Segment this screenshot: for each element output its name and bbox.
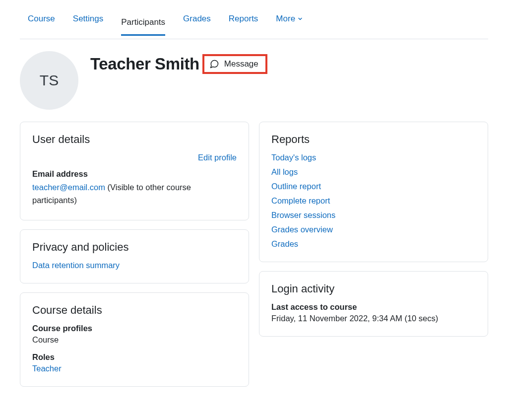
nav-tab-reports[interactable]: Reports [229, 14, 258, 31]
course-details-card: Course details Course profiles Course Ro… [20, 292, 249, 387]
comment-icon [209, 59, 219, 69]
course-nav-tabs: Course Settings Participants Grades Repo… [20, 0, 488, 39]
report-grades-overview[interactable]: Grades overview [271, 225, 476, 234]
reports-list: Today's logs All logs Outline report Com… [271, 153, 476, 249]
course-profiles-value: Course [32, 335, 237, 345]
report-browser-sessions[interactable]: Browser sessions [271, 210, 476, 220]
message-button[interactable]: Message [202, 54, 267, 74]
right-column: Reports Today's logs All logs Outline re… [259, 122, 488, 387]
report-complete[interactable]: Complete report [271, 196, 476, 206]
report-todays-logs[interactable]: Today's logs [271, 153, 476, 162]
course-details-heading: Course details [32, 304, 237, 317]
last-access-label: Last access to course [271, 302, 476, 312]
message-label: Message [224, 59, 258, 69]
reports-card: Reports Today's logs All logs Outline re… [259, 122, 488, 262]
user-details-heading: User details [32, 133, 237, 146]
avatar: TS [20, 51, 78, 110]
nav-tab-more[interactable]: More [276, 14, 303, 31]
nav-tab-course[interactable]: Course [28, 14, 55, 31]
edit-profile-link[interactable]: Edit profile [198, 153, 237, 162]
email-link[interactable]: teacher@email.com [32, 183, 105, 192]
left-column: User details Edit profile Email address … [20, 122, 249, 387]
email-label: Email address [32, 169, 237, 179]
course-profiles-label: Course profiles [32, 324, 237, 333]
profile-name-row: Teacher Smith Message [90, 54, 267, 74]
data-retention-link[interactable]: Data retention summary [32, 261, 120, 270]
report-outline[interactable]: Outline report [271, 182, 476, 191]
login-activity-card: Login activity Last access to course Fri… [259, 271, 488, 337]
reports-heading: Reports [271, 133, 476, 146]
avatar-initials: TS [40, 72, 59, 89]
chevron-down-icon [297, 16, 303, 22]
email-value-row: teacher@email.com (Visible to other cour… [32, 181, 237, 207]
roles-label: Roles [32, 352, 237, 362]
last-access-value: Friday, 11 November 2022, 9:34 AM (10 se… [271, 314, 476, 323]
nav-more-label: More [276, 14, 295, 24]
privacy-heading: Privacy and policies [32, 241, 237, 254]
roles-value-link[interactable]: Teacher [32, 364, 62, 373]
profile-header: TS Teacher Smith Message [20, 51, 488, 110]
nav-tab-participants[interactable]: Participants [121, 17, 165, 36]
report-all-logs[interactable]: All logs [271, 167, 476, 177]
report-grades[interactable]: Grades [271, 239, 476, 249]
profile-grid: User details Edit profile Email address … [20, 122, 488, 387]
nav-tab-settings[interactable]: Settings [73, 14, 103, 31]
login-activity-heading: Login activity [271, 282, 476, 295]
profile-name: Teacher Smith [90, 55, 199, 73]
nav-tab-grades[interactable]: Grades [183, 14, 211, 31]
user-details-card: User details Edit profile Email address … [20, 122, 249, 220]
privacy-card: Privacy and policies Data retention summ… [20, 229, 249, 283]
